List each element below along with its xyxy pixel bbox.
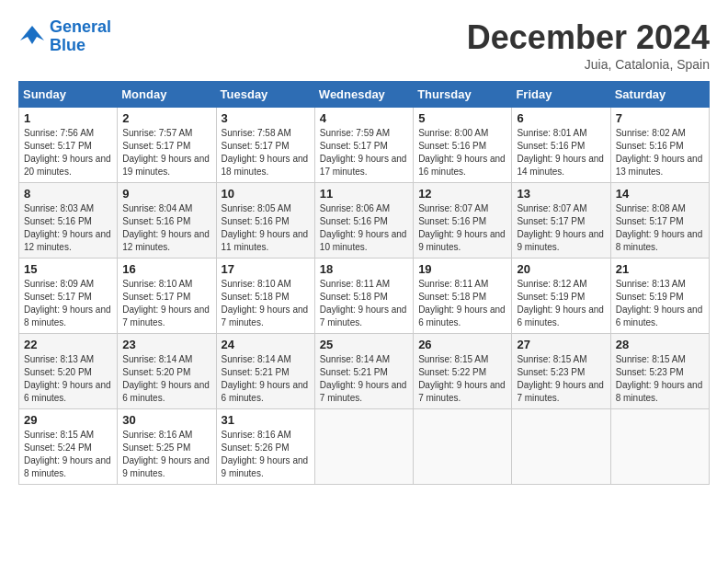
day-info: Sunrise: 8:16 AM Sunset: 5:25 PM Dayligh…: [122, 429, 210, 480]
day-info: Sunrise: 8:05 AM Sunset: 5:16 PM Dayligh…: [222, 202, 310, 254]
day-number: 24: [222, 338, 310, 351]
day-number: 10: [222, 187, 310, 201]
title-block: December 2024 Juia, Catalonia, Spain: [467, 18, 710, 72]
calendar-cell: 15 Sunrise: 8:09 AM Sunset: 5:17 PM Dayl…: [19, 259, 118, 334]
weekday-header: Friday: [512, 82, 610, 108]
logo-text: General Blue: [50, 18, 111, 55]
day-number: 3: [222, 111, 310, 125]
calendar-cell: [414, 409, 512, 485]
day-info: Sunrise: 8:07 AM Sunset: 5:16 PM Dayligh…: [418, 202, 506, 254]
day-info: Sunrise: 8:13 AM Sunset: 5:20 PM Dayligh…: [24, 353, 112, 405]
day-number: 5: [418, 111, 506, 125]
calendar-cell: 18 Sunrise: 8:11 AM Sunset: 5:18 PM Dayl…: [314, 259, 413, 334]
day-number: 16: [122, 262, 210, 276]
day-number: 25: [320, 338, 408, 351]
weekday-header: Monday: [118, 82, 216, 108]
day-info: Sunrise: 7:57 AM Sunset: 5:17 PM Dayligh…: [122, 127, 210, 178]
calendar-cell: 1 Sunrise: 7:56 AM Sunset: 5:17 PM Dayli…: [19, 108, 118, 183]
day-info: Sunrise: 8:15 AM Sunset: 5:24 PM Dayligh…: [24, 429, 112, 480]
day-info: Sunrise: 8:00 AM Sunset: 5:16 PM Dayligh…: [418, 127, 506, 178]
day-info: Sunrise: 8:06 AM Sunset: 5:16 PM Dayligh…: [320, 202, 408, 254]
day-info: Sunrise: 8:16 AM Sunset: 5:26 PM Dayligh…: [222, 429, 310, 480]
calendar-cell: 8 Sunrise: 8:03 AM Sunset: 5:16 PM Dayli…: [19, 183, 118, 259]
day-info: Sunrise: 8:15 AM Sunset: 5:23 PM Dayligh…: [517, 353, 605, 405]
day-number: 13: [517, 187, 605, 201]
logo: General Blue: [18, 18, 111, 55]
day-number: 21: [616, 262, 704, 276]
day-info: Sunrise: 8:15 AM Sunset: 5:22 PM Dayligh…: [418, 353, 506, 405]
day-info: Sunrise: 8:11 AM Sunset: 5:18 PM Dayligh…: [320, 278, 408, 329]
day-info: Sunrise: 8:10 AM Sunset: 5:17 PM Dayligh…: [122, 278, 210, 329]
calendar-cell: 14 Sunrise: 8:08 AM Sunset: 5:17 PM Dayl…: [610, 183, 709, 259]
calendar-cell: 11 Sunrise: 8:06 AM Sunset: 5:16 PM Dayl…: [314, 183, 413, 259]
day-number: 19: [418, 262, 506, 276]
calendar-cell: 7 Sunrise: 8:02 AM Sunset: 5:16 PM Dayli…: [610, 108, 709, 183]
calendar-cell: [512, 409, 610, 485]
calendar-cell: 28 Sunrise: 8:15 AM Sunset: 5:23 PM Dayl…: [610, 334, 709, 409]
calendar-cell: 6 Sunrise: 8:01 AM Sunset: 5:16 PM Dayli…: [512, 108, 610, 183]
day-number: 20: [517, 262, 605, 276]
day-number: 15: [24, 262, 112, 276]
day-info: Sunrise: 8:14 AM Sunset: 5:20 PM Dayligh…: [122, 353, 210, 405]
calendar-cell: 13 Sunrise: 8:07 AM Sunset: 5:17 PM Dayl…: [512, 183, 610, 259]
day-number: 2: [122, 111, 210, 125]
calendar-header-row: SundayMondayTuesdayWednesdayThursdayFrid…: [19, 82, 710, 108]
calendar-cell: 5 Sunrise: 8:00 AM Sunset: 5:16 PM Dayli…: [414, 108, 512, 183]
calendar-cell: 25 Sunrise: 8:14 AM Sunset: 5:21 PM Dayl…: [314, 334, 413, 409]
weekday-header: Sunday: [19, 82, 118, 108]
day-number: 28: [616, 338, 704, 351]
svg-marker-0: [20, 26, 44, 44]
day-info: Sunrise: 8:09 AM Sunset: 5:17 PM Dayligh…: [24, 278, 112, 329]
calendar-cell: 30 Sunrise: 8:16 AM Sunset: 5:25 PM Dayl…: [118, 409, 216, 485]
day-info: Sunrise: 8:04 AM Sunset: 5:16 PM Dayligh…: [122, 202, 210, 254]
day-number: 1: [24, 111, 112, 125]
day-info: Sunrise: 8:01 AM Sunset: 5:16 PM Dayligh…: [517, 127, 605, 178]
day-number: 30: [122, 413, 210, 427]
day-number: 22: [24, 338, 112, 351]
day-info: Sunrise: 8:14 AM Sunset: 5:21 PM Dayligh…: [320, 353, 408, 405]
calendar-cell: [314, 409, 413, 485]
day-number: 12: [418, 187, 506, 201]
calendar-cell: 27 Sunrise: 8:15 AM Sunset: 5:23 PM Dayl…: [512, 334, 610, 409]
weekday-header: Saturday: [610, 82, 709, 108]
day-number: 26: [418, 338, 506, 351]
calendar-cell: 16 Sunrise: 8:10 AM Sunset: 5:17 PM Dayl…: [118, 259, 216, 334]
day-number: 9: [122, 187, 210, 201]
day-info: Sunrise: 8:12 AM Sunset: 5:19 PM Dayligh…: [517, 278, 605, 329]
calendar-cell: 24 Sunrise: 8:14 AM Sunset: 5:21 PM Dayl…: [216, 334, 314, 409]
day-number: 27: [517, 338, 605, 351]
day-number: 17: [222, 262, 310, 276]
calendar-cell: 19 Sunrise: 8:11 AM Sunset: 5:18 PM Dayl…: [414, 259, 512, 334]
day-info: Sunrise: 8:13 AM Sunset: 5:19 PM Dayligh…: [616, 278, 704, 329]
weekday-header: Thursday: [414, 82, 512, 108]
calendar-cell: 23 Sunrise: 8:14 AM Sunset: 5:20 PM Dayl…: [118, 334, 216, 409]
day-number: 23: [122, 338, 210, 351]
day-number: 14: [616, 187, 704, 201]
calendar-cell: 10 Sunrise: 8:05 AM Sunset: 5:16 PM Dayl…: [216, 183, 314, 259]
month-title: December 2024: [467, 18, 710, 57]
calendar-cell: 2 Sunrise: 7:57 AM Sunset: 5:17 PM Dayli…: [118, 108, 216, 183]
calendar-cell: [610, 409, 709, 485]
calendar-cell: 21 Sunrise: 8:13 AM Sunset: 5:19 PM Dayl…: [610, 259, 709, 334]
weekday-header: Wednesday: [314, 82, 413, 108]
calendar-table: SundayMondayTuesdayWednesdayThursdayFrid…: [18, 81, 710, 485]
calendar-cell: 4 Sunrise: 7:59 AM Sunset: 5:17 PM Dayli…: [314, 108, 413, 183]
calendar-cell: 12 Sunrise: 8:07 AM Sunset: 5:16 PM Dayl…: [414, 183, 512, 259]
day-number: 8: [24, 187, 112, 201]
day-info: Sunrise: 7:58 AM Sunset: 5:17 PM Dayligh…: [222, 127, 310, 178]
weekday-header: Tuesday: [216, 82, 314, 108]
day-number: 11: [320, 187, 408, 201]
calendar-cell: 9 Sunrise: 8:04 AM Sunset: 5:16 PM Dayli…: [118, 183, 216, 259]
day-info: Sunrise: 8:02 AM Sunset: 5:16 PM Dayligh…: [616, 127, 704, 178]
page-header: General Blue December 2024 Juia, Catalon…: [18, 18, 710, 72]
day-info: Sunrise: 7:59 AM Sunset: 5:17 PM Dayligh…: [320, 127, 408, 178]
day-info: Sunrise: 8:15 AM Sunset: 5:23 PM Dayligh…: [616, 353, 704, 405]
day-number: 4: [320, 111, 408, 125]
calendar-cell: 26 Sunrise: 8:15 AM Sunset: 5:22 PM Dayl…: [414, 334, 512, 409]
day-number: 18: [320, 262, 408, 276]
calendar-cell: 29 Sunrise: 8:15 AM Sunset: 5:24 PM Dayl…: [19, 409, 118, 485]
day-number: 6: [517, 111, 605, 125]
day-number: 31: [222, 413, 310, 427]
day-number: 7: [616, 111, 704, 125]
day-info: Sunrise: 8:14 AM Sunset: 5:21 PM Dayligh…: [222, 353, 310, 405]
